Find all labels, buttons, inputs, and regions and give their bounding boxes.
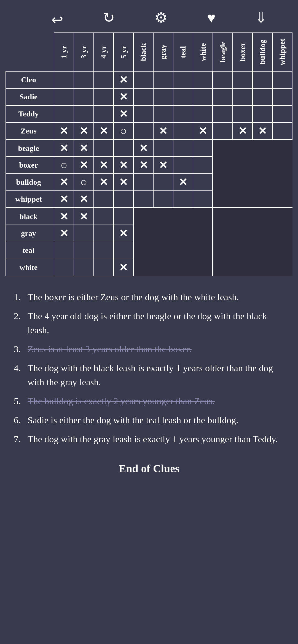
grid-cell[interactable]: ✕: [133, 157, 153, 174]
grid-cell[interactable]: [272, 259, 292, 276]
grid-cell[interactable]: ✕: [114, 105, 133, 122]
grid-cell[interactable]: [213, 122, 233, 140]
grid-cell[interactable]: [94, 140, 114, 157]
grid-cell[interactable]: ✕: [94, 157, 114, 174]
grid-cell[interactable]: [94, 71, 114, 88]
grid-cell[interactable]: ○: [54, 157, 74, 174]
grid-cell[interactable]: [213, 259, 233, 276]
grid-cell[interactable]: [272, 105, 292, 122]
refresh-button[interactable]: ↻: [103, 10, 115, 25]
grid-cell[interactable]: [74, 242, 94, 259]
grid-cell[interactable]: ✕: [114, 88, 133, 105]
grid-cell[interactable]: ✕: [193, 122, 213, 140]
grid-cell[interactable]: [173, 105, 193, 122]
grid-cell[interactable]: [173, 71, 193, 88]
grid-cell[interactable]: [272, 225, 292, 242]
grid-cell[interactable]: ✕: [74, 122, 94, 140]
grid-cell[interactable]: [193, 157, 213, 174]
grid-cell[interactable]: [54, 105, 74, 122]
grid-cell[interactable]: [213, 140, 233, 157]
grid-cell[interactable]: [133, 122, 153, 140]
grid-cell[interactable]: [133, 259, 153, 276]
grid-cell[interactable]: [233, 208, 253, 225]
grid-cell[interactable]: [233, 157, 253, 174]
grid-cell[interactable]: [153, 174, 173, 191]
grid-cell[interactable]: [233, 242, 253, 259]
grid-cell[interactable]: ✕: [133, 140, 153, 157]
grid-cell[interactable]: ✕: [74, 191, 94, 208]
grid-cell[interactable]: [153, 105, 173, 122]
grid-cell[interactable]: ✕: [173, 174, 193, 191]
grid-cell[interactable]: ✕: [233, 122, 253, 140]
grid-cell[interactable]: [153, 259, 173, 276]
grid-cell[interactable]: [193, 105, 213, 122]
grid-cell[interactable]: [233, 140, 253, 157]
grid-cell[interactable]: [213, 157, 233, 174]
grid-cell[interactable]: [233, 71, 253, 88]
grid-cell[interactable]: [233, 259, 253, 276]
grid-cell[interactable]: [153, 242, 173, 259]
grid-cell[interactable]: [94, 191, 114, 208]
grid-cell[interactable]: [94, 105, 114, 122]
grid-cell[interactable]: [272, 174, 292, 191]
grid-cell[interactable]: [94, 259, 114, 276]
grid-cell[interactable]: ✕: [94, 174, 114, 191]
grid-cell[interactable]: [253, 71, 272, 88]
grid-cell[interactable]: [153, 140, 173, 157]
grid-cell[interactable]: [253, 225, 272, 242]
grid-cell[interactable]: [153, 208, 173, 225]
grid-cell[interactable]: [233, 174, 253, 191]
grid-cell[interactable]: ✕: [74, 157, 94, 174]
grid-cell[interactable]: [253, 157, 272, 174]
grid-cell[interactable]: [272, 157, 292, 174]
grid-cell[interactable]: [133, 242, 153, 259]
grid-cell[interactable]: [153, 71, 173, 88]
grid-cell[interactable]: [54, 259, 74, 276]
grid-cell[interactable]: [213, 225, 233, 242]
grid-cell[interactable]: [94, 225, 114, 242]
grid-cell[interactable]: [253, 140, 272, 157]
grid-cell[interactable]: [213, 71, 233, 88]
grid-cell[interactable]: [173, 242, 193, 259]
grid-cell[interactable]: [114, 191, 133, 208]
grid-cell[interactable]: [54, 88, 74, 105]
grid-cell[interactable]: [173, 191, 193, 208]
grid-cell[interactable]: [193, 242, 213, 259]
grid-cell[interactable]: [272, 71, 292, 88]
grid-cell[interactable]: [54, 242, 74, 259]
grid-cell[interactable]: [173, 122, 193, 140]
grid-cell[interactable]: [213, 88, 233, 105]
grid-cell[interactable]: ✕: [253, 122, 272, 140]
grid-cell[interactable]: [272, 122, 292, 140]
grid-cell[interactable]: [253, 174, 272, 191]
grid-cell[interactable]: [193, 225, 213, 242]
grid-cell[interactable]: [253, 105, 272, 122]
grid-cell[interactable]: [153, 225, 173, 242]
grid-cell[interactable]: [133, 105, 153, 122]
grid-cell[interactable]: [94, 208, 114, 225]
grid-cell[interactable]: ✕: [54, 174, 74, 191]
grid-cell[interactable]: [114, 140, 133, 157]
grid-cell[interactable]: [114, 208, 133, 225]
grid-cell[interactable]: [173, 225, 193, 242]
grid-cell[interactable]: [74, 88, 94, 105]
grid-cell[interactable]: [193, 140, 213, 157]
grid-cell[interactable]: ✕: [153, 122, 173, 140]
grid-cell[interactable]: [114, 242, 133, 259]
grid-cell[interactable]: [173, 208, 193, 225]
grid-cell[interactable]: [233, 105, 253, 122]
grid-cell[interactable]: [272, 88, 292, 105]
grid-cell[interactable]: [213, 242, 233, 259]
heart-button[interactable]: ♥: [207, 10, 216, 25]
grid-cell[interactable]: ✕: [54, 122, 74, 140]
grid-cell[interactable]: [153, 88, 173, 105]
grid-cell[interactable]: [173, 259, 193, 276]
grid-cell[interactable]: [173, 88, 193, 105]
grid-cell[interactable]: [193, 88, 213, 105]
grid-cell[interactable]: [253, 88, 272, 105]
grid-cell[interactable]: [74, 71, 94, 88]
grid-cell[interactable]: [74, 105, 94, 122]
grid-cell[interactable]: ✕: [74, 140, 94, 157]
grid-cell[interactable]: [193, 191, 213, 208]
grid-cell[interactable]: [133, 174, 153, 191]
